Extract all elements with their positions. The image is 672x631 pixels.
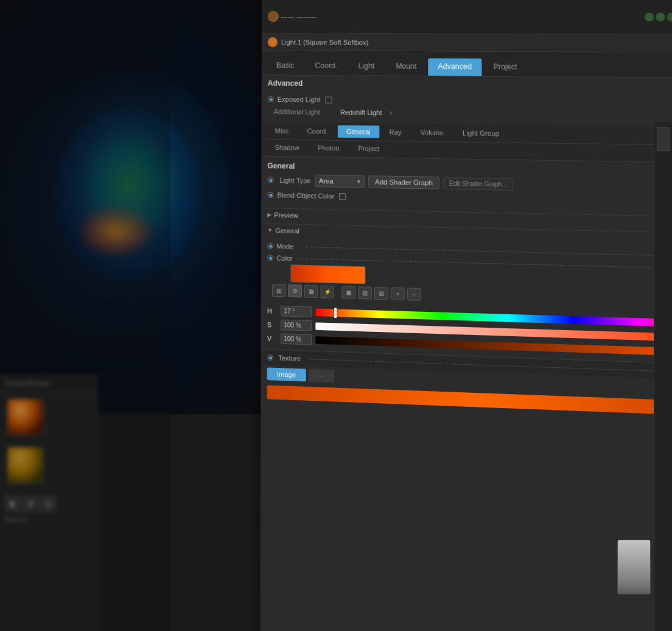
tb-green2 [656, 13, 665, 22]
light-type-label: Light Type [280, 177, 311, 185]
picker-icon-7[interactable]: ▨ [374, 287, 388, 300]
nav-tabs-top: Basic Coord. Light Mount Advanced Projec… [262, 51, 672, 78]
right-edge-panel [654, 122, 672, 631]
tab-coord[interactable]: Coord. [305, 58, 347, 76]
left-panel-title: Content Browser [5, 380, 50, 387]
viewport [0, 0, 292, 414]
texture-thumbnail [617, 540, 651, 594]
general-collapse-icon: ▼ [267, 227, 273, 233]
h-input[interactable]: 17 ° [281, 306, 312, 317]
top-toolbar: —— ——— [262, 0, 672, 35]
toolbar-dot [268, 11, 279, 22]
tb-green [645, 13, 654, 22]
sphere-highlight [79, 207, 152, 256]
material-thumb-1[interactable] [7, 399, 44, 435]
material-thumb-2[interactable] [7, 447, 44, 484]
picker-icon-gear[interactable]: ⚙ [288, 284, 301, 297]
left-panel: Content Browser ◧ ⊞ ▤ Material [0, 375, 97, 631]
mode-label: Mode [276, 242, 293, 250]
advanced-title: Advanced [268, 79, 303, 88]
picker-icon-9[interactable]: ▫ [407, 287, 421, 300]
right-thumb-1 [657, 127, 670, 151]
redshift-arrow: › [390, 108, 392, 117]
color-radio[interactable] [267, 255, 273, 261]
texture-radio[interactable] [267, 354, 273, 361]
sphere-inner [55, 110, 201, 280]
general-collapse-label: General [275, 227, 299, 234]
small-icon-1[interactable]: ◧ [5, 496, 21, 512]
object-header: Light.1 (Square Soft Softbox) [262, 33, 672, 53]
mode-radio[interactable] [267, 243, 273, 249]
tab-light[interactable]: Light [348, 58, 384, 76]
texture-label: Texture [278, 354, 301, 362]
inner-tab-photon[interactable]: Photon [309, 141, 348, 154]
inner-tab-volume[interactable]: Volume [411, 126, 452, 139]
inner-tab-coord[interactable]: Coord. [299, 125, 337, 138]
light-type-radio[interactable] [267, 177, 273, 183]
tab-mount[interactable]: Mount [386, 58, 427, 76]
toolbar-text: —— ——— [281, 13, 317, 20]
exposed-light-checkbox[interactable] [325, 96, 332, 103]
light-type-value: Area [319, 177, 334, 185]
blend-color-label: Blend Object Color [277, 191, 334, 200]
tb-green3 [667, 13, 672, 22]
inner-tab-project2[interactable]: Project [349, 142, 388, 155]
light-type-dropdown[interactable]: Area ▼ [315, 175, 365, 188]
small-icon-2[interactable]: ⊞ [23, 496, 38, 512]
image-button[interactable]: Image [267, 367, 306, 381]
inner-tab-misc[interactable]: Misc [266, 124, 297, 137]
tab-advanced[interactable]: Advanced [428, 58, 482, 76]
mode-dotted-line [297, 246, 672, 256]
small-icon-3[interactable]: ▤ [40, 496, 56, 512]
preview-label: Preview [274, 211, 298, 219]
exposed-light-label: Exposed Light [278, 96, 320, 104]
general-section: General Light Type Area ▼ Add Shader Gra… [261, 157, 672, 214]
s-input[interactable]: 100 % [281, 320, 312, 331]
inner-tab-shadow[interactable]: Shadow [266, 141, 307, 154]
edit-shader-button[interactable]: Edit Shader Graph... [443, 177, 513, 191]
blend-color-checkbox[interactable] [339, 192, 346, 199]
picker-icon-grid[interactable]: ▦ [304, 285, 318, 298]
h-label: H [267, 307, 277, 315]
inactive-button[interactable]: ··· [309, 369, 334, 382]
blend-color-radio[interactable] [267, 192, 273, 198]
left-panel-header: Content Browser [0, 376, 97, 392]
picker-icon-plugin[interactable]: ⚡ [320, 286, 334, 298]
hue-thumb [334, 308, 337, 318]
tab-basic[interactable]: Basic [267, 57, 304, 75]
left-panel-label: Material [0, 514, 97, 526]
color-swatch-large[interactable] [291, 264, 366, 284]
inner-tab-ray[interactable]: Ray [380, 125, 410, 138]
tab-project[interactable]: Project [483, 58, 528, 76]
redshift-value: Redshift Light [340, 108, 382, 116]
advanced-section: Exposed Light Additional Light Redshift … [262, 90, 672, 127]
picker-icon-8[interactable]: ▪ [391, 287, 405, 300]
main-panel: —— ——— Light.1 (Square Soft Softbox) Bas… [260, 0, 672, 631]
dropdown-arrow: ▼ [356, 178, 361, 184]
v-label: V [267, 334, 277, 342]
redshift-label: Additional Light [274, 108, 335, 116]
inner-tab-general[interactable]: General [337, 125, 379, 138]
inner-tab-lightgroup[interactable]: Light Group [453, 127, 508, 140]
v-input[interactable]: 100 % [281, 333, 312, 345]
color-label: Color [276, 254, 293, 262]
picker-icon-5[interactable]: ▩ [341, 286, 355, 299]
picker-icon-1[interactable]: ⊞ [272, 284, 285, 297]
object-icon [268, 37, 278, 47]
add-shader-button[interactable]: Add Shader Graph [368, 175, 440, 189]
s-label: S [267, 320, 277, 328]
picker-icon-6[interactable]: ▧ [358, 286, 372, 299]
preview-collapse-icon: ▶ [267, 211, 271, 217]
exposed-light-radio[interactable] [268, 96, 274, 102]
object-name: Light.1 (Square Soft Softbox) [281, 38, 369, 46]
